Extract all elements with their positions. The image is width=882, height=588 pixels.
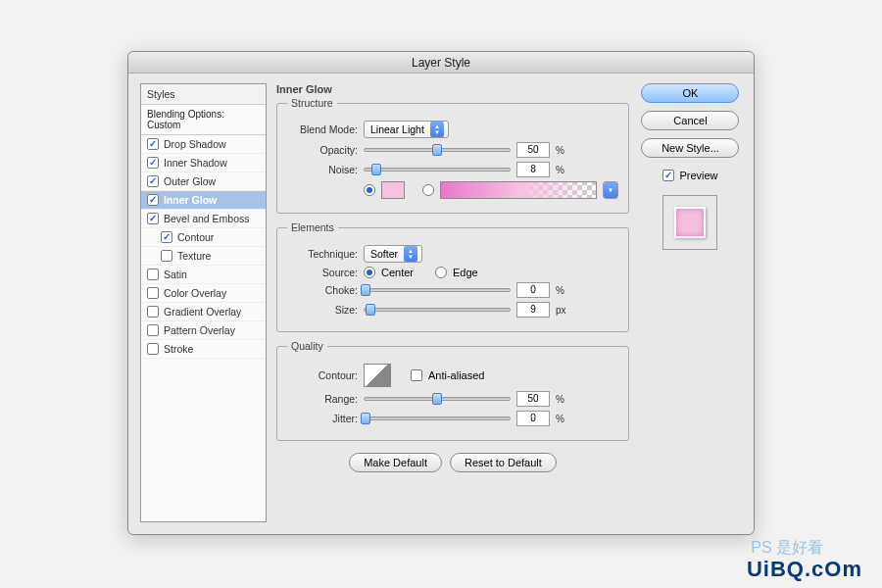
color-radio[interactable] xyxy=(364,184,375,196)
jitter-input[interactable]: 0 xyxy=(516,411,550,426)
size-unit: px xyxy=(556,305,566,316)
sidebar-checkbox[interactable] xyxy=(147,269,159,280)
panel-title: Inner Glow xyxy=(276,83,629,95)
sidebar-item-color-overlay[interactable]: Color Overlay xyxy=(141,284,266,303)
right-panel: OK Cancel New Style... Preview xyxy=(639,83,742,522)
sidebar-item-label: Gradient Overlay xyxy=(164,306,241,318)
noise-slider[interactable] xyxy=(364,168,511,172)
noise-label: Noise: xyxy=(287,164,358,175)
ok-button[interactable]: OK xyxy=(641,83,739,103)
watermark-sub: PS 是好看 xyxy=(751,538,823,559)
technique-select[interactable]: Softer ▲▼ xyxy=(364,245,422,263)
source-edge-label: Edge xyxy=(453,267,478,278)
sidebar-item-label: Bevel and Emboss xyxy=(164,213,250,224)
sidebar-checkbox[interactable] xyxy=(147,138,159,150)
sidebar-item-label: Stroke xyxy=(164,343,193,355)
select-arrows-icon: ▲▼ xyxy=(430,122,444,137)
opacity-input[interactable]: 50 xyxy=(516,142,550,158)
antialias-label: Anti-aliased xyxy=(428,369,484,381)
antialias-checkbox[interactable] xyxy=(411,369,422,381)
sidebar-item-label: Contour xyxy=(177,231,214,243)
sidebar-checkbox[interactable] xyxy=(147,175,159,187)
sidebar-item-drop-shadow[interactable]: Drop Shadow xyxy=(141,135,266,154)
sidebar-item-bevel-and-emboss[interactable]: Bevel and Emboss xyxy=(141,210,266,228)
sidebar-checkbox[interactable] xyxy=(147,324,159,336)
sidebar-item-texture[interactable]: Texture xyxy=(141,247,266,266)
sidebar-checkbox[interactable] xyxy=(147,343,159,355)
quality-group: Quality Contour: Anti-aliased Range: 50 … xyxy=(276,340,629,441)
sidebar-item-label: Satin xyxy=(164,269,187,280)
sidebar-item-outer-glow[interactable]: Outer Glow xyxy=(141,172,266,191)
sidebar-item-label: Drop Shadow xyxy=(164,138,226,150)
preview-label: Preview xyxy=(679,170,717,181)
sidebar-item-pattern-overlay[interactable]: Pattern Overlay xyxy=(141,321,266,340)
sidebar-item-inner-shadow[interactable]: Inner Shadow xyxy=(141,154,266,172)
elements-legend: Elements xyxy=(287,221,338,233)
choke-label: Choke: xyxy=(287,284,358,296)
sidebar-checkbox[interactable] xyxy=(161,231,172,243)
sidebar-item-stroke[interactable]: Stroke xyxy=(141,340,266,359)
sidebar-checkbox[interactable] xyxy=(161,250,172,262)
sidebar-checkbox[interactable] xyxy=(147,194,159,206)
gradient-radio[interactable] xyxy=(422,184,434,196)
reset-default-button[interactable]: Reset to Default xyxy=(450,453,557,472)
layer-style-dialog: Layer Style Styles Blending Options: Cus… xyxy=(127,51,755,535)
quality-legend: Quality xyxy=(287,340,327,352)
noise-input[interactable]: 8 xyxy=(516,162,550,177)
opacity-label: Opacity: xyxy=(287,144,358,156)
make-default-button[interactable]: Make Default xyxy=(349,453,442,472)
choke-input[interactable]: 0 xyxy=(516,282,550,298)
main-panel: Inner Glow Structure Blend Mode: Linear … xyxy=(276,83,629,522)
preview-box xyxy=(662,195,717,250)
source-label: Source: xyxy=(287,267,358,278)
sidebar-checkbox[interactable] xyxy=(147,306,159,318)
size-label: Size: xyxy=(287,304,358,316)
new-style-button[interactable]: New Style... xyxy=(641,138,739,158)
sidebar-item-contour[interactable]: Contour xyxy=(141,228,266,247)
styles-sidebar: Styles Blending Options: Custom Drop Sha… xyxy=(140,83,267,522)
gradient-dropdown[interactable]: ▼ xyxy=(603,181,618,199)
size-input[interactable]: 9 xyxy=(516,302,550,318)
opacity-unit: % xyxy=(556,145,564,156)
jitter-unit: % xyxy=(556,414,564,424)
range-label: Range: xyxy=(287,393,358,405)
source-center-radio[interactable] xyxy=(364,267,375,278)
sidebar-blending-options[interactable]: Blending Options: Custom xyxy=(141,105,266,135)
sidebar-checkbox[interactable] xyxy=(147,157,159,169)
choke-slider[interactable] xyxy=(364,288,511,292)
elements-group: Elements Technique: Softer ▲▼ Source: Ce… xyxy=(276,221,629,332)
sidebar-item-label: Inner Glow xyxy=(164,194,217,206)
blend-mode-label: Blend Mode: xyxy=(287,123,358,135)
range-slider[interactable] xyxy=(364,397,511,401)
sidebar-checkbox[interactable] xyxy=(147,287,159,299)
sidebar-item-label: Inner Shadow xyxy=(164,157,227,169)
jitter-slider[interactable] xyxy=(364,416,511,420)
sidebar-item-gradient-overlay[interactable]: Gradient Overlay xyxy=(141,303,266,321)
range-input[interactable]: 50 xyxy=(516,391,550,407)
sidebar-item-inner-glow[interactable]: Inner Glow xyxy=(141,191,266,210)
preview-swatch xyxy=(674,207,706,238)
noise-unit: % xyxy=(556,165,564,175)
sidebar-checkbox[interactable] xyxy=(147,213,159,224)
preview-checkbox[interactable] xyxy=(662,170,674,181)
structure-group: Structure Blend Mode: Linear Light ▲▼ Op… xyxy=(276,97,629,214)
contour-picker[interactable] xyxy=(364,364,391,387)
cancel-button[interactable]: Cancel xyxy=(641,111,739,130)
sidebar-item-label: Outer Glow xyxy=(164,175,216,187)
source-edge-radio[interactable] xyxy=(435,267,447,278)
sidebar-item-satin[interactable]: Satin xyxy=(141,266,266,284)
opacity-slider[interactable] xyxy=(364,148,511,152)
contour-label: Contour: xyxy=(287,369,358,381)
size-slider[interactable] xyxy=(364,308,511,312)
gradient-swatch[interactable] xyxy=(440,181,597,199)
sidebar-head[interactable]: Styles xyxy=(141,84,266,105)
source-center-label: Center xyxy=(381,267,414,278)
color-swatch[interactable] xyxy=(381,181,405,199)
range-unit: % xyxy=(556,394,564,405)
sidebar-item-label: Pattern Overlay xyxy=(164,324,235,336)
blend-mode-select[interactable]: Linear Light ▲▼ xyxy=(364,121,449,138)
structure-legend: Structure xyxy=(287,97,337,109)
technique-label: Technique: xyxy=(287,248,358,260)
choke-unit: % xyxy=(556,285,564,296)
select-arrows-icon: ▲▼ xyxy=(404,246,417,262)
